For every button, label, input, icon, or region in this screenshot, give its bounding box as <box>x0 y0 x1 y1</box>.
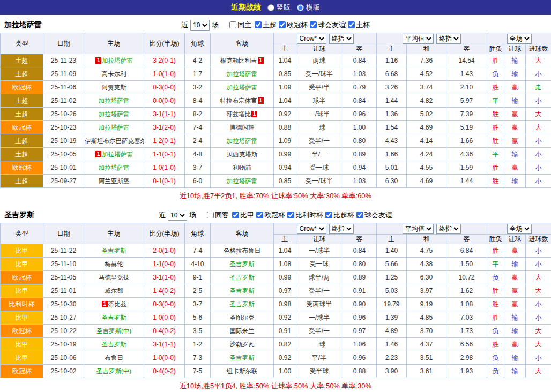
same-venue-checkbox[interactable] <box>207 212 214 218</box>
corners: 8-4 <box>185 94 211 108</box>
team-name[interactable]: 布鲁日 <box>105 355 123 361</box>
avg-stage-select[interactable]: 终指 <box>436 34 461 44</box>
away-team: 哥兹塔比1 <box>211 108 274 121</box>
team-name[interactable]: 沙勒罗瓦 <box>230 341 255 348</box>
same-venue-checkbox[interactable] <box>229 21 236 28</box>
result-goals: 小 <box>526 67 551 81</box>
team-name[interactable]: 圣吉罗斯(中) <box>96 368 131 374</box>
team-name[interactable]: 阿兰亚斯堡 <box>99 178 130 184</box>
comp-filter[interactable]: 欧冠杯 <box>256 210 285 220</box>
comp-filter[interactable]: 比利时杯 <box>287 210 323 220</box>
match-date: 25-10-19 <box>43 134 84 148</box>
team-name[interactable]: 圣吉罗斯(中) <box>96 328 131 334</box>
team-name[interactable]: 加拉塔萨雷 <box>99 111 130 117</box>
away-team: 色格拉布鲁日 <box>211 244 274 258</box>
avg-draw: 4.75 <box>407 244 446 258</box>
comp-filter[interactable]: 土杯 <box>348 20 370 30</box>
team-name[interactable]: 加拉塔萨雷 <box>227 178 258 184</box>
avg-odds-select[interactable]: 平均值 <box>403 34 434 44</box>
team-name[interactable]: 加拉塔萨雷 <box>227 84 258 91</box>
comp-checkbox[interactable] <box>287 212 294 218</box>
team-name[interactable]: 圣吉罗斯 <box>102 247 126 254</box>
match-row: 比甲25-11-10梅赫伦1-1(0-0)4-10圣吉罗斯1.08受一球0.80… <box>1 258 551 271</box>
comp-checkbox[interactable] <box>232 212 239 218</box>
team-name[interactable]: 加拉塔萨雷 <box>227 71 258 77</box>
scope-select[interactable]: 全场 <box>507 224 532 234</box>
team-name[interactable]: 根克勒比利吉 <box>220 57 257 64</box>
team-name[interactable]: 加拉塔萨雷 <box>227 138 258 144</box>
team-name[interactable]: 加拉塔萨雷 <box>102 57 133 64</box>
col-corner: 角球 <box>185 223 211 244</box>
team-name[interactable]: 纽卡斯尔联 <box>227 368 258 374</box>
count-select[interactable]: 10 <box>168 210 187 221</box>
team-name[interactable]: 圣吉罗斯 <box>102 341 126 348</box>
comp-filter[interactable]: 比甲 <box>232 210 254 220</box>
odds-stage-select[interactable]: 终指 <box>329 34 354 44</box>
layout-horizontal-option[interactable]: 横版 <box>297 3 320 12</box>
team-name[interactable]: 威尔郡 <box>105 288 123 294</box>
comp-checkbox[interactable] <box>325 212 332 218</box>
comp-filter[interactable]: 欧冠杯 <box>279 20 308 30</box>
comp-checkbox[interactable] <box>256 212 263 218</box>
horizontal-radio[interactable] <box>297 4 304 11</box>
odds-provider-select[interactable]: Crow* <box>297 34 326 44</box>
team-name[interactable]: 特拉布宗体育 <box>220 97 257 104</box>
team-name[interactable]: 高卡尔利 <box>102 71 126 77</box>
comp-filter[interactable]: 比超杯 <box>325 210 354 220</box>
team-name[interactable]: 博德闪耀 <box>230 124 255 131</box>
team-name[interactable]: 加拉塔萨雷 <box>99 97 130 104</box>
team-name[interactable]: 圣吉罗斯 <box>230 274 255 281</box>
same-venue-filter[interactable]: 同主 <box>229 20 251 30</box>
team-name[interactable]: 圣吉罗斯 <box>230 301 255 307</box>
team-name[interactable]: 圣图尔登 <box>230 314 255 321</box>
layout-vertical-option[interactable]: 竖版 <box>267 3 291 12</box>
match-date: 25-10-22 <box>43 325 84 338</box>
team-name[interactable]: 阿贾克斯 <box>102 84 126 91</box>
avg-home: 3.26 <box>377 81 407 94</box>
avg-stage-select[interactable]: 终指 <box>436 224 461 234</box>
corners: 2-4 <box>185 134 211 148</box>
comp-checkbox[interactable] <box>310 21 317 28</box>
odds-provider-select[interactable]: Crow* <box>297 224 326 234</box>
match-row: 比甲25-10-19圣吉罗斯3-1(1-1)1-2沙勒罗瓦0.82一球1.061… <box>1 338 551 351</box>
team-name[interactable]: 国际米兰 <box>230 328 255 334</box>
same-venue-filter[interactable]: 同客 <box>207 210 229 220</box>
result-handicap: 赢 <box>504 338 526 351</box>
odds-handicap: 球半/两 <box>296 271 342 284</box>
team-name[interactable]: 圣吉罗斯 <box>230 261 255 267</box>
odds-away: 0.96 <box>342 108 377 121</box>
team-name[interactable]: 圣吉罗斯 <box>230 288 255 294</box>
comp-checkbox[interactable] <box>348 21 355 28</box>
scope-select[interactable]: 全场 <box>507 34 532 44</box>
team-name[interactable]: 贝西克塔斯 <box>227 151 258 157</box>
team-name[interactable]: 马德里竞技 <box>99 274 130 281</box>
team-name[interactable]: 利物浦 <box>233 164 251 171</box>
col-goals: 进球数 <box>526 235 551 244</box>
team-name[interactable]: 圣吉罗斯 <box>102 314 126 321</box>
comp-checkbox[interactable] <box>356 212 363 218</box>
count-select[interactable]: 10 <box>190 20 210 31</box>
team-name[interactable]: 伊斯坦布尔巴萨克塞尔 <box>85 138 144 144</box>
team-name[interactable]: 加拉塔萨雷 <box>102 151 133 157</box>
avg-home: 1.39 <box>377 311 407 325</box>
team-name[interactable]: 色格拉布鲁日 <box>224 247 260 254</box>
team-name[interactable]: 加拉塔萨雷 <box>99 124 130 131</box>
corners: 3-5 <box>185 325 211 338</box>
team-name[interactable]: 圣吉罗斯 <box>230 355 255 361</box>
comp-checkbox[interactable] <box>279 21 286 28</box>
team-name[interactable]: 梅赫伦 <box>105 261 123 267</box>
vertical-radio[interactable] <box>267 4 274 11</box>
comp-filter[interactable]: 球会友谊 <box>356 210 392 220</box>
result-goals: 大 <box>526 54 551 67</box>
comp-filter[interactable]: 球会友谊 <box>310 20 346 30</box>
avg-draw: 4.55 <box>407 161 446 175</box>
team-name[interactable]: 蒂比兹 <box>108 301 127 307</box>
comp-filter[interactable]: 土超 <box>255 20 277 30</box>
team-name[interactable]: 加拉塔萨雷 <box>99 164 130 171</box>
odds-stage-select[interactable]: 终指 <box>329 224 354 234</box>
avg-odds-select[interactable]: 平均值 <box>403 224 434 234</box>
comp-checkbox[interactable] <box>255 21 262 28</box>
avg-draw: 3.70 <box>407 325 446 338</box>
summary-line: 近10场,胜5平1负4, 胜率:50% 让球率:50% 大率:50% 单率:30… <box>0 378 551 392</box>
team-name[interactable]: 哥兹塔比 <box>226 111 251 117</box>
